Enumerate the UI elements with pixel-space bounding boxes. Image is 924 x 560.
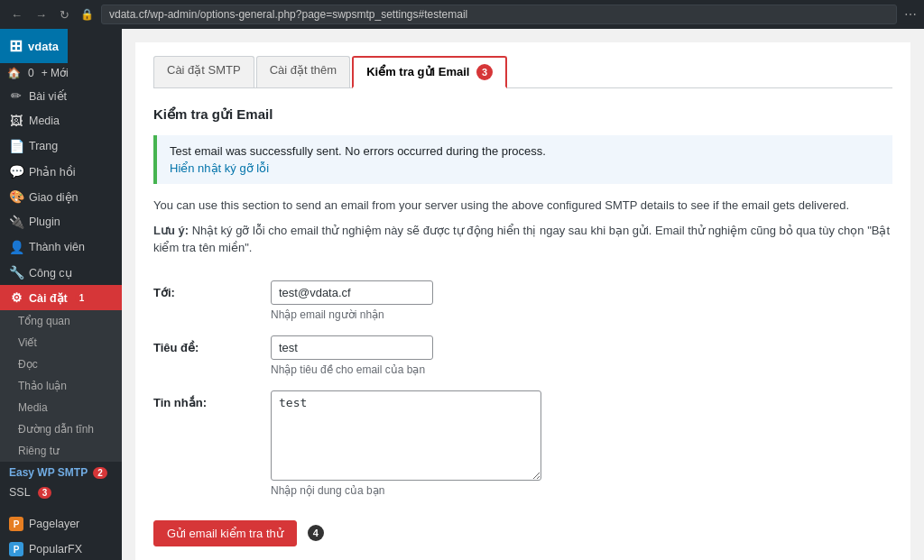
- sidebar-item-trang[interactable]: 📄 Trang: [0, 133, 122, 159]
- subject-label: Tiêu đề:: [153, 341, 199, 354]
- lock-icon: 🔒: [80, 8, 94, 21]
- comment-icon: 💬: [9, 164, 23, 179]
- sidebar-item-popularfx[interactable]: P PopularFX: [0, 537, 122, 560]
- home-icon: 🏠: [7, 67, 21, 79]
- sidebar-item-ssl[interactable]: SSL 3: [0, 481, 122, 504]
- success-notice: Test email was successfully sent. No err…: [153, 135, 892, 184]
- sidebar-label: Phản hồi: [29, 165, 75, 179]
- submenu-label: Thảo luận: [18, 380, 67, 392]
- wp-icon: ⊞: [9, 36, 23, 56]
- sidebar-top-bar: 🏠 0 + Mới: [0, 63, 122, 83]
- sidebar-label: Trang: [29, 140, 58, 152]
- submenu-label: Media: [18, 401, 48, 414]
- tabs-container: Cài đặt SMTP Cài đặt thêm Kiểm tra gửi E…: [153, 56, 892, 88]
- submenu-label: Riêng tư: [18, 445, 60, 457]
- notification-count: 0: [28, 67, 34, 79]
- submenu-rieng-tu[interactable]: Riêng tư: [0, 440, 122, 462]
- pagelayer-icon: P: [9, 517, 23, 531]
- notice-link[interactable]: Hiển nhật ký gỡ lỗi: [170, 161, 269, 175]
- submenu-label: Tổng quan: [18, 315, 70, 327]
- address-bar[interactable]: [101, 5, 897, 24]
- form-row-subject: Tiêu đề: Nhập tiêu đề cho email của bạn: [153, 328, 892, 383]
- pagelayer-label: Pagelayer: [29, 518, 79, 530]
- browser-nav: ← → ↻: [7, 6, 73, 23]
- sidebar-item-cong-cu[interactable]: 🔧 Công cụ: [0, 260, 122, 285]
- theme-icon: 🎨: [9, 189, 23, 204]
- user-icon: 👤: [9, 240, 23, 254]
- submenu-viet[interactable]: Viết: [0, 332, 122, 353]
- to-label: Tới:: [153, 286, 175, 299]
- sidebar-label: Công cụ: [29, 266, 72, 280]
- new-label: + Mới: [42, 67, 69, 79]
- sidebar-label: Cài đặt: [29, 291, 68, 305]
- submenu-label: Đọc: [18, 358, 38, 371]
- settings-submenu: Tổng quan Viết Đọc Thảo luận Media Đường…: [0, 310, 122, 462]
- sidebar-label: Plugin: [29, 216, 60, 228]
- content-area: Cài đặt SMTP Cài đặt thêm Kiểm tra gửi E…: [122, 29, 924, 560]
- extra-icon: ⋯: [904, 7, 917, 22]
- sidebar-label: Media: [29, 115, 60, 127]
- easy-wp-smtp-badge: 2: [93, 467, 107, 479]
- browser-top-bar: ← → ↻ 🔒 ⋯: [0, 0, 924, 29]
- form-row-message: Tin nhắn: test Nhập nội dung của bạn: [153, 383, 892, 504]
- ssl-badge: 3: [38, 487, 52, 499]
- easy-wp-smtp-label[interactable]: Easy WP SMTP: [9, 466, 88, 479]
- sidebar-item-bai-viet[interactable]: ✏ Bài viết: [0, 83, 122, 108]
- submit-badge: 4: [308, 525, 324, 541]
- ssl-label: SSL: [9, 486, 31, 499]
- to-input[interactable]: [271, 280, 433, 305]
- submenu-media[interactable]: Media: [0, 397, 122, 418]
- site-name: vdata: [28, 40, 59, 53]
- note-body: Nhật ký gỡ lỗi cho email thử nghiệm này …: [153, 224, 890, 255]
- media-icon: 🖼: [9, 114, 23, 128]
- sidebar-item-thanh-vien[interactable]: 👤 Thành viên: [0, 234, 122, 260]
- sidebar-label: Thành viên: [29, 241, 85, 253]
- tab-badge: 3: [476, 64, 493, 80]
- submenu-duong-dan[interactable]: Đường dẫn tĩnh: [0, 418, 122, 440]
- reload-button[interactable]: ↻: [56, 6, 73, 23]
- sidebar-item-plugin[interactable]: 🔌 Plugin: [0, 209, 122, 234]
- submenu-label: Viết: [18, 336, 37, 349]
- form-row-to: Tới: Nhập email người nhận: [153, 273, 892, 328]
- send-email-button[interactable]: Gửi email kiểm tra thử: [153, 520, 297, 546]
- submenu-label: Đường dẫn tĩnh: [18, 423, 94, 436]
- submenu-tong-quan[interactable]: Tổng quan: [0, 310, 122, 332]
- message-textarea[interactable]: test: [271, 390, 541, 481]
- sidebar: ⊞ vdata 🏠 0 + Mới ✏ Bài viết 🖼 Media 📄 T…: [0, 29, 122, 560]
- sidebar-item-giao-dien[interactable]: 🎨 Giao diện: [0, 184, 122, 209]
- sidebar-logo: ⊞ vdata: [0, 29, 68, 63]
- submenu-doc[interactable]: Đọc: [0, 353, 122, 375]
- form-table: Tới: Nhập email người nhận Tiêu đề:: [153, 273, 892, 504]
- edit-icon: ✏: [9, 88, 23, 103]
- message-hint: Nhập nội dung của bạn: [271, 484, 892, 497]
- sidebar-item-phan-hoi[interactable]: 💬 Phản hồi: [0, 159, 122, 184]
- tab-cai-dat-smtp[interactable]: Cài đặt SMTP: [153, 56, 254, 87]
- description-text: You can use this section to send an emai…: [153, 197, 892, 215]
- page-title: Kiểm tra gửi Email: [153, 106, 892, 123]
- tab-label: Kiểm tra gửi Email: [366, 65, 469, 78]
- content-inner: Cài đặt SMTP Cài đặt thêm Kiểm tra gửi E…: [135, 42, 910, 560]
- plugin-icon: 🔌: [9, 215, 23, 229]
- cai-dat-badge: 1: [75, 292, 89, 304]
- subject-hint: Nhập tiêu đề cho email của bạn: [271, 363, 892, 376]
- message-label: Tin nhắn:: [153, 396, 207, 409]
- popularfx-label: PopularFX: [29, 543, 82, 555]
- sidebar-item-pagelayer[interactable]: P Pagelayer: [0, 511, 122, 537]
- submit-row: Gửi email kiểm tra thử 4: [153, 520, 892, 546]
- tab-kiem-tra-gui-email[interactable]: Kiểm tra gửi Email 3: [352, 56, 507, 88]
- submenu-thao-luan[interactable]: Thảo luận: [0, 375, 122, 397]
- sidebar-item-cai-dat[interactable]: ⚙ Cài đặt 1: [0, 285, 122, 310]
- tools-icon: 🔧: [9, 265, 23, 280]
- page-icon: 📄: [9, 139, 23, 153]
- tab-cai-dat-them[interactable]: Cài đặt thêm: [256, 56, 350, 87]
- popularfx-icon: P: [9, 542, 23, 556]
- to-hint: Nhập email người nhận: [271, 308, 892, 321]
- note-text: Lưu ý: Nhật ký gỡ lỗi cho email thử nghi…: [153, 222, 892, 257]
- sidebar-label: Bài viết: [29, 89, 67, 103]
- subject-input[interactable]: [271, 335, 433, 360]
- notice-message: Test email was successfully sent. No err…: [170, 144, 880, 158]
- forward-button[interactable]: →: [32, 6, 51, 23]
- note-prefix: Lưu ý:: [153, 224, 189, 237]
- back-button[interactable]: ←: [7, 6, 26, 23]
- sidebar-item-media[interactable]: 🖼 Media: [0, 108, 122, 133]
